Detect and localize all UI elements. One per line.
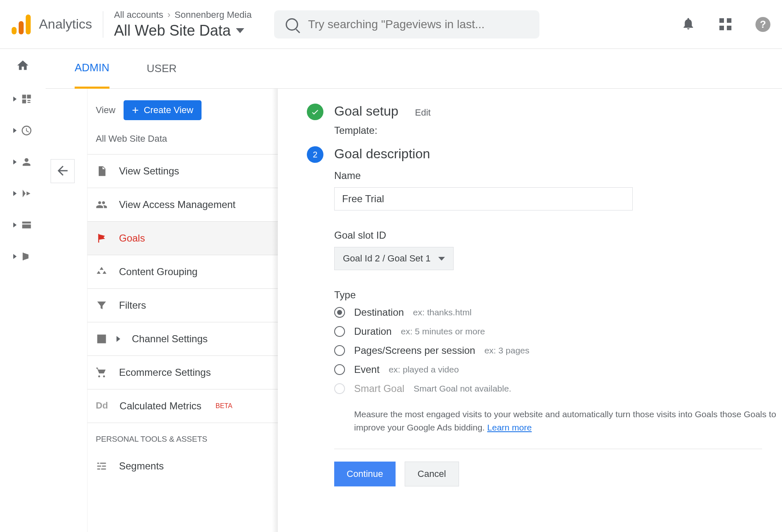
radio-icon [334,383,345,394]
tab-user[interactable]: USER [147,50,177,87]
admin-sidebar: View + Create View All Web Site Data Vie… [87,89,278,532]
rail-conversions[interactable] [13,251,32,262]
divider [334,449,762,449]
step-done-badge [307,104,323,120]
sidebar-item-content-grouping[interactable]: Content Grouping [87,255,278,289]
account-selector[interactable]: All accounts › Sonnenberg Media All Web … [114,10,252,39]
learn-more-link[interactable]: Learn more [487,423,532,432]
type-label: Type [334,289,782,301]
people-icon [96,199,107,210]
radio-duration[interactable]: Duration ex: 5 minutes or more [334,326,782,337]
sidebar-item-calculated-metrics[interactable]: Dd Calculated Metrics BETA [87,389,278,423]
search-icon [286,18,298,31]
caret-down-icon [438,257,445,261]
type-label: Event [354,364,379,375]
home-icon[interactable] [16,59,29,73]
sidebar-item-segments[interactable]: Segments [87,450,278,483]
breadcrumb-root: All accounts [114,10,163,20]
edit-link[interactable]: Edit [415,107,431,118]
channel-icon [96,333,107,345]
goal-name-input[interactable] [334,187,633,210]
sidebar-item-label: Channel Settings [132,333,208,345]
caret-down-icon [236,28,244,33]
rail-behavior[interactable] [13,219,32,231]
search-bar[interactable] [274,10,539,39]
sidebar-item-label: Content Grouping [119,266,197,278]
plus-icon: + [132,104,138,116]
view-name[interactable]: All Web Site Data [87,128,278,155]
type-hint: ex: 3 pages [484,346,529,355]
step-title: Goal setup [334,104,398,119]
expand-icon [13,97,17,102]
chevron-right-icon: › [168,10,170,20]
radio-icon[interactable] [334,307,345,318]
divider [103,11,103,38]
sidebar-item-ecommerce-settings[interactable]: Ecommerce Settings [87,356,278,389]
slot-value: Goal Id 2 / Goal Set 1 [343,253,431,264]
app-header: Analytics All accounts › Sonnenberg Medi… [0,0,782,49]
tab-admin[interactable]: ADMIN [75,49,109,89]
type-hint: ex: 5 minutes or more [401,326,485,336]
radio-destination[interactable]: Destination ex: thanks.html [334,307,782,318]
grouping-icon [96,266,107,278]
rail-audience[interactable] [13,156,32,168]
product-name: Analytics [39,17,92,32]
sidebar-item-label: Segments [119,460,164,472]
step-goal-setup: Goal setup Edit Template: [307,104,782,136]
create-view-label: Create View [144,105,193,116]
continue-button[interactable]: Continue [334,462,396,486]
rail-acquisition[interactable] [13,188,32,199]
sidebar-item-view-settings[interactable]: View Settings [87,155,278,188]
expand-icon [13,254,17,259]
sidebar-item-label: View Settings [119,165,179,177]
segments-icon [96,460,107,472]
sidebar-item-label: Ecommerce Settings [119,367,211,378]
section-header: PERSONAL TOOLS & ASSETS [87,423,278,450]
radio-icon[interactable] [334,364,345,375]
search-input[interactable] [308,18,528,31]
cancel-button[interactable]: Cancel [405,462,459,486]
property-name: All Web Site Data [114,22,231,39]
beta-badge: BETA [216,402,233,410]
sidebar-item-channel-settings[interactable]: Channel Settings [87,322,278,356]
radio-pages-per-session[interactable]: Pages/Screens per session ex: 3 pages [334,345,782,356]
step-title: Goal description [334,146,782,162]
back-button[interactable] [51,159,75,183]
expand-icon [13,191,17,196]
sidebar-item-access-management[interactable]: View Access Management [87,188,278,222]
breadcrumb: All accounts › Sonnenberg Media [114,10,252,20]
create-view-button[interactable]: + Create View [124,100,202,120]
product-logo[interactable]: Analytics [12,15,92,34]
caret-right-icon [117,336,120,342]
admin-tabs: ADMIN USER [46,49,782,89]
document-icon [96,165,107,177]
radio-icon[interactable] [334,326,345,337]
notifications-icon[interactable] [681,17,695,32]
help-icon[interactable]: ? [755,17,770,32]
expand-icon [13,128,17,133]
type-label: Destination [354,307,404,318]
breadcrumb-account: Sonnenberg Media [175,10,252,20]
property-selector[interactable]: All Web Site Data [114,22,252,39]
sidebar-item-label: Calculated Metrics [119,400,201,412]
radio-icon[interactable] [334,345,345,356]
sidebar-item-filters[interactable]: Filters [87,289,278,322]
type-hint: Smart Goal not available. [413,384,511,394]
rail-customization[interactable] [13,93,32,105]
type-label: Smart Goal [354,383,404,394]
type-hint: ex: thanks.html [413,307,471,317]
goal-form: Goal setup Edit Template: 2 Goal descrip… [278,89,782,532]
step-goal-description: 2 Goal description Name Goal slot ID Goa… [307,146,782,486]
apps-icon[interactable] [719,18,731,30]
analytics-logo-icon [12,15,31,34]
flag-icon [96,232,107,244]
rail-realtime[interactable] [13,125,32,136]
cart-icon [96,367,107,378]
type-label: Duration [354,326,392,337]
radio-event[interactable]: Event ex: played a video [334,364,782,375]
smart-goal-description: Measure the most engaged visits to your … [354,408,782,434]
type-label: Pages/Screens per session [354,345,475,356]
arrow-left-icon [55,163,70,179]
sidebar-item-goals[interactable]: Goals [87,222,278,255]
goal-slot-dropdown[interactable]: Goal Id 2 / Goal Set 1 [334,247,454,270]
